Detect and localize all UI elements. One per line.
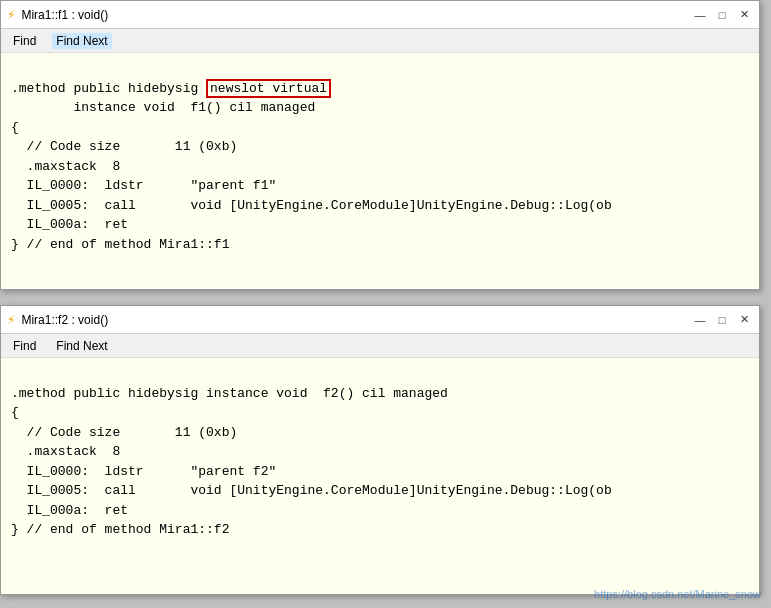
- code-line-2-8: } // end of method Mira1::f2: [11, 522, 229, 537]
- window-1: ⚡ Mira1::f1 : void() — □ ✕ Find Find Nex…: [0, 0, 760, 290]
- title-bar-2: ⚡ Mira1::f2 : void() — □ ✕: [1, 306, 759, 334]
- code-area-2: .method public hidebysig instance void f…: [1, 358, 759, 565]
- title-controls-2: — □ ✕: [691, 311, 753, 329]
- code-line-2-5: IL_0000: ldstr "parent f2": [11, 464, 276, 479]
- window-icon-1: ⚡: [7, 6, 15, 23]
- find-next-menu-1[interactable]: Find Next: [52, 33, 111, 49]
- find-menu-1[interactable]: Find: [9, 33, 40, 49]
- highlight-newslot-virtual: newslot virtual: [206, 79, 331, 98]
- watermark: https://blog.csdn.net/Marine_snow: [594, 588, 761, 600]
- code-line-2-4: .maxstack 8: [11, 444, 120, 459]
- maximize-button-1[interactable]: □: [713, 6, 731, 24]
- title-bar-left-2: ⚡ Mira1::f2 : void(): [7, 311, 108, 328]
- code-line-1-7: IL_0005: call void [UnityEngine.CoreModu…: [11, 198, 612, 213]
- code-line-2-3: // Code size 11 (0xb): [11, 425, 237, 440]
- code-line-1-4: // Code size 11 (0xb): [11, 139, 237, 154]
- code-line-1-2: instance void f1() cil managed: [11, 100, 315, 115]
- close-button-1[interactable]: ✕: [735, 6, 753, 24]
- title-bar-1: ⚡ Mira1::f1 : void() — □ ✕: [1, 1, 759, 29]
- code-line-1-5: .maxstack 8: [11, 159, 120, 174]
- minimize-button-1[interactable]: —: [691, 6, 709, 24]
- window-title-2: Mira1::f2 : void(): [21, 313, 108, 327]
- find-menu-2[interactable]: Find: [9, 338, 40, 354]
- code-line-1-8: IL_000a: ret: [11, 217, 128, 232]
- code-line-2-6: IL_0005: call void [UnityEngine.CoreModu…: [11, 483, 612, 498]
- window-2: ⚡ Mira1::f2 : void() — □ ✕ Find Find Nex…: [0, 305, 760, 595]
- code-line-1-1: .method public hidebysig newslot virtual: [11, 79, 331, 98]
- code-line-2-1: .method public hidebysig instance void f…: [11, 386, 448, 401]
- minimize-button-2[interactable]: —: [691, 311, 709, 329]
- code-line-1-3: {: [11, 120, 19, 135]
- close-button-2[interactable]: ✕: [735, 311, 753, 329]
- code-line-2-2: {: [11, 405, 19, 420]
- code-line-1-9: } // end of method Mira1::f1: [11, 237, 229, 252]
- title-bar-left-1: ⚡ Mira1::f1 : void(): [7, 6, 108, 23]
- window-title-1: Mira1::f1 : void(): [21, 8, 108, 22]
- code-line-2-7: IL_000a: ret: [11, 503, 128, 518]
- title-controls-1: — □ ✕: [691, 6, 753, 24]
- code-area-1: .method public hidebysig newslot virtual…: [1, 53, 759, 280]
- menu-bar-2: Find Find Next: [1, 334, 759, 358]
- menu-bar-1: Find Find Next: [1, 29, 759, 53]
- maximize-button-2[interactable]: □: [713, 311, 731, 329]
- window-icon-2: ⚡: [7, 311, 15, 328]
- find-next-menu-2[interactable]: Find Next: [52, 338, 111, 354]
- code-line-1-6: IL_0000: ldstr "parent f1": [11, 178, 276, 193]
